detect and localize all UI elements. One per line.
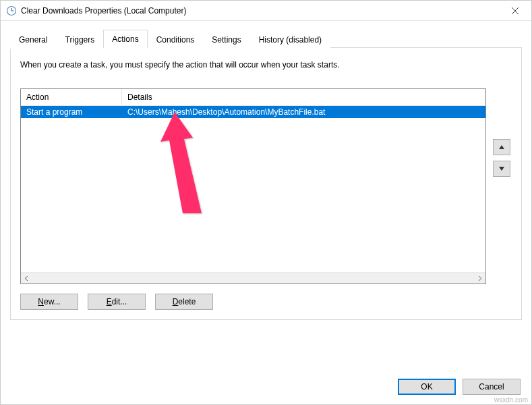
tab-history[interactable]: History (disabled) xyxy=(250,30,330,49)
tab-actions[interactable]: Actions xyxy=(103,30,147,48)
actions-list[interactable]: Action Details Start a program C:\Users\… xyxy=(20,88,486,284)
scroll-right-button[interactable] xyxy=(474,273,485,284)
list-header: Action Details xyxy=(21,89,485,106)
delete-label-rest: elete xyxy=(178,297,196,306)
tab-settings[interactable]: Settings xyxy=(203,30,249,49)
new-button[interactable]: New... xyxy=(20,294,78,310)
scroll-left-button[interactable] xyxy=(21,273,32,284)
reorder-buttons xyxy=(493,88,512,284)
dialog-body: General Triggers Actions Conditions Sett… xyxy=(1,21,531,372)
close-icon xyxy=(512,7,519,14)
ok-button[interactable]: OK xyxy=(398,379,456,395)
list-body: Start a program C:\Users\Mahesh\Desktop\… xyxy=(21,106,485,272)
cell-details: C:\Users\Mahesh\Desktop\Automation\MyBat… xyxy=(122,106,485,118)
action-buttons: New... Edit... Delete xyxy=(20,294,512,310)
column-header-action[interactable]: Action xyxy=(21,89,122,105)
column-header-details[interactable]: Details xyxy=(122,89,485,105)
chevron-right-icon xyxy=(477,276,482,281)
properties-dialog: Clear Downloads Properties (Local Comput… xyxy=(0,0,532,405)
app-icon xyxy=(6,5,17,16)
tab-panel-actions: When you create a task, you must specify… xyxy=(10,47,522,320)
table-row[interactable]: Start a program C:\Users\Mahesh\Desktop\… xyxy=(21,106,485,118)
move-down-button[interactable] xyxy=(493,161,510,177)
delete-button[interactable]: Delete xyxy=(155,294,213,310)
edit-button[interactable]: Edit... xyxy=(88,294,146,310)
tab-triggers[interactable]: Triggers xyxy=(57,30,104,49)
dialog-footer: OK Cancel xyxy=(1,372,531,404)
triangle-up-icon xyxy=(499,145,504,149)
instruction-text: When you create a task, you must specify… xyxy=(20,60,512,70)
tab-strip: General Triggers Actions Conditions Sett… xyxy=(10,29,522,47)
move-up-button[interactable] xyxy=(493,139,510,155)
chevron-left-icon xyxy=(24,276,29,281)
window-title: Clear Downloads Properties (Local Comput… xyxy=(21,6,500,16)
tab-general[interactable]: General xyxy=(10,30,57,49)
horizontal-scrollbar[interactable] xyxy=(21,272,485,284)
cancel-button[interactable]: Cancel xyxy=(463,379,521,395)
tab-conditions[interactable]: Conditions xyxy=(148,30,204,49)
triangle-down-icon xyxy=(499,167,504,171)
titlebar[interactable]: Clear Downloads Properties (Local Comput… xyxy=(1,1,531,21)
edit-label-rest: dit... xyxy=(112,297,127,306)
watermark: wsxdn.com xyxy=(494,396,528,404)
close-button[interactable] xyxy=(500,1,530,20)
new-label-rest: ew... xyxy=(44,297,61,306)
cell-action: Start a program xyxy=(21,106,122,118)
